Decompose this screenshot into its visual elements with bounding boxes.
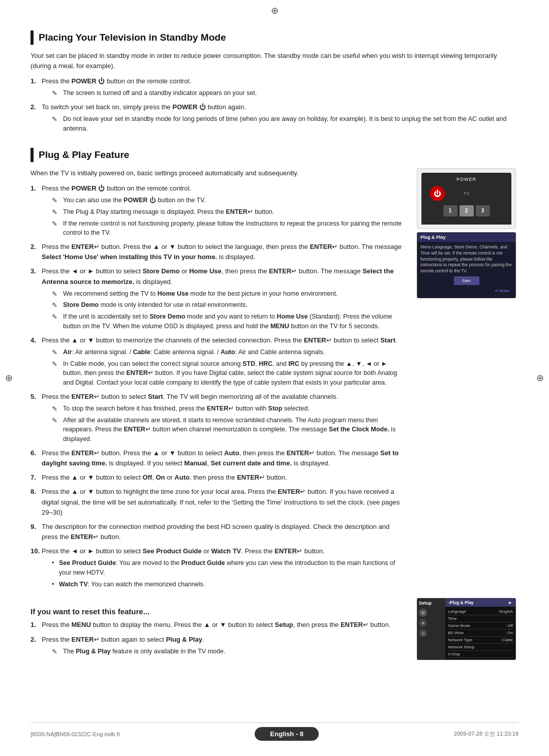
plug-play-images: POWER ⏻ TV 1 2 3 Plug & Play: [417, 168, 518, 298]
setup-menu-right-panel: -Plug & Play ► Language: English Time: [445, 598, 515, 659]
reset-step1: Press the MENU button to display the men…: [30, 620, 407, 630]
setup-menu-layout: Setup ⚙ ⊕ ◎ -Plug & Play ► Language: Eng…: [417, 598, 515, 659]
screen-header: Plug & Play: [417, 233, 515, 242]
reset-image-col: Setup ⚙ ⊕ ◎ -Plug & Play ► Language: Eng…: [417, 598, 518, 660]
pp-step8: Press the ▲ or ▼ button to highlight the…: [30, 487, 407, 517]
remote-control-image: POWER ⏻ TV 1 2 3: [417, 168, 516, 229]
remote-btn-2: 2: [460, 205, 474, 216]
pp-step1-note3: If the remote control is not functioning…: [52, 219, 407, 238]
standby-step2-notes: Do not leave your set in standby mode fo…: [42, 114, 518, 134]
footer-right: 2009-07-28 오전 11:23:19: [454, 730, 518, 738]
setup-row-network-setup: Network Setup: [448, 644, 513, 651]
section1-title: Placing Your Television in Standby Mode: [39, 32, 226, 43]
standby-step1-notes: The screen is turned off and a standby i…: [42, 88, 518, 98]
pp-step3-note2: Store Demo mode is only intended for use…: [52, 300, 407, 310]
remote-btn-3: 3: [476, 205, 490, 216]
pp-step10: Press the ◄ or ► button to select See Pr…: [30, 546, 407, 589]
setup-row-bdwise: BD Wise: On: [448, 629, 513, 637]
pp-step4-note1: Air: Air antenna signal. / Cable: Cable …: [52, 348, 407, 357]
setup-row-vchip: V-Chip: [448, 651, 513, 658]
pp-step5-note2: After all the available channels are sto…: [52, 416, 407, 444]
pp-step10-bullet1: See Product Guide: You are moved to the …: [52, 558, 407, 578]
pp-step1-note2: The Plug & Play starting message is disp…: [52, 207, 407, 217]
setup-menu-rows: Language: English Time Game Mode: Off BD…: [445, 607, 515, 659]
reset-steps: Press the MENU button to display the men…: [30, 620, 407, 656]
footer-left: [8500-NA]BN68-02322C-Eng.indb 8: [30, 731, 120, 737]
section2-heading: Plug & Play Feature: [30, 148, 518, 162]
pp-step1: Press the POWER ⏻ button on the remote c…: [30, 183, 407, 238]
power-label: POWER: [425, 177, 507, 182]
pp-step1-note1: You can also use the POWER ⏻ button on t…: [52, 196, 407, 205]
pp-step5-notes: To stop the search before it has finishe…: [42, 404, 407, 444]
plug-play-content: When the TV is initially powered on, bas…: [30, 168, 518, 593]
section2-title: Plug & Play Feature: [39, 149, 129, 161]
screen-body-text: Menu Language, Store Demo, Channels, and…: [420, 244, 512, 274]
pp-step2: Press the ENTER↵ button. Press the ▲ or …: [30, 242, 407, 262]
plug-play-screen: Plug & Play Menu Language, Store Demo, C…: [417, 232, 516, 298]
pp-step7: Press the ▲ or ▼ button to select Off, O…: [30, 472, 407, 483]
screen-body: Menu Language, Store Demo, Channels, and…: [417, 242, 515, 298]
page: ⊕ ⊕ ⊕ Placing Your Television in Standby…: [0, 0, 549, 756]
pp-step3-note1: We recommend setting the TV to Home Use …: [52, 289, 407, 299]
reset-step2-notes: The Plug & Play feature is only availabl…: [42, 647, 407, 656]
page-number: English - 8: [255, 727, 319, 741]
setup-icon1: ⚙: [419, 609, 427, 617]
power-button-visual: ⏻: [430, 186, 445, 201]
standby-step2: To switch your set back on, simply press…: [30, 102, 518, 134]
setup-row-game: Game Mode: Off: [448, 622, 513, 629]
setup-menu-image: Setup ⚙ ⊕ ◎ -Plug & Play ► Language: Eng…: [417, 598, 516, 660]
registration-mark-top: ⊕: [271, 5, 279, 16]
plug-play-steps: Press the POWER ⏻ button on the remote c…: [30, 183, 407, 589]
reset-text-col: If you want to reset this feature... Pre…: [30, 598, 407, 660]
setup-row-language: Language: English: [448, 608, 513, 615]
setup-icon2: ⊕: [419, 619, 427, 627]
setup-row-network-type: Network Type: Cable: [448, 637, 513, 644]
pp-step10-bullet2: Watch TV: You can watch the memorized ch…: [52, 580, 407, 589]
setup-label: Setup: [419, 601, 444, 606]
reset-section-wrapper: If you want to reset this feature... Pre…: [30, 598, 518, 660]
pp-step5-note1: To stop the search before it has finishe…: [52, 404, 407, 414]
remote-number-buttons: 1 2 3: [425, 203, 507, 220]
pp-step3-note3: If the unit is accidentally set to Store…: [52, 312, 407, 331]
plug-play-intro: When the TV is initially powered on, bas…: [30, 168, 407, 178]
page-footer: [8500-NA]BN68-02322C-Eng.indb 8 English …: [30, 722, 518, 741]
screen-footer: ↵ Enter: [420, 287, 512, 295]
section1-heading: Placing Your Television in Standby Mode: [30, 30, 518, 45]
setup-menu-title-text: -Plug & Play: [448, 600, 474, 605]
remote-top: POWER ⏻ TV 1 2 3: [421, 173, 511, 225]
plug-play-text: When the TV is initially powered on, bas…: [30, 168, 407, 593]
pp-step6: Press the ENTER↵ button. Press the ▲ or …: [30, 448, 407, 468]
setup-menu-left-panel: Setup ⚙ ⊕ ◎: [417, 598, 445, 659]
pp-step3: Press the ◄ or ► button to select Store …: [30, 266, 407, 331]
reset-step2-note1: The Plug & Play feature is only availabl…: [52, 647, 407, 656]
setup-icon3: ◎: [419, 629, 427, 637]
section-bar: [30, 30, 34, 45]
standby-step1-note1: The screen is turned off and a standby i…: [52, 88, 518, 98]
pp-step4: Press the ▲ or ▼ button to memorize the …: [30, 335, 407, 388]
setup-row-time: Time: [448, 615, 513, 622]
standby-step1: Press the POWER ⏻ button on the remote c…: [30, 76, 518, 98]
reset-step2: Press the ENTER↵ button again to select …: [30, 635, 407, 656]
standby-step2-note1: Do not leave your set in standby mode fo…: [52, 114, 518, 134]
pp-step1-notes: You can also use the POWER ⏻ button on t…: [42, 196, 407, 238]
remote-power-area: ⏻ TV: [425, 184, 507, 203]
pp-step4-notes: Air: Air antenna signal. / Cable: Cable …: [42, 348, 407, 388]
pp-step9: The description for the connection metho…: [30, 522, 407, 542]
standby-intro: Your set can be placed in standby mode i…: [30, 51, 518, 71]
section2-bar: [30, 148, 34, 162]
registration-mark-right: ⊕: [536, 372, 544, 384]
setup-menu-title-bar: -Plug & Play ►: [445, 598, 515, 607]
standby-steps: Press the POWER ⏻ button on the remote c…: [30, 76, 518, 134]
registration-mark-left: ⊕: [5, 372, 13, 384]
screen-start-button: Start: [454, 276, 479, 285]
standby-content: Your set can be placed in standby mode i…: [30, 51, 518, 134]
pp-step3-notes: We recommend setting the TV to Home Use …: [42, 289, 407, 331]
reset-heading: If you want to reset this feature...: [30, 607, 407, 616]
setup-menu-arrow: ►: [508, 600, 512, 605]
pp-step5: Press the ENTER↵ button to select Start.…: [30, 392, 407, 444]
pp-step10-bullets: See Product Guide: You are moved to the …: [42, 558, 407, 589]
pp-step4-note2: In Cable mode, you can select the correc…: [52, 359, 407, 388]
remote-btn-1: 1: [443, 205, 458, 216]
tv-label: TV: [464, 191, 470, 196]
